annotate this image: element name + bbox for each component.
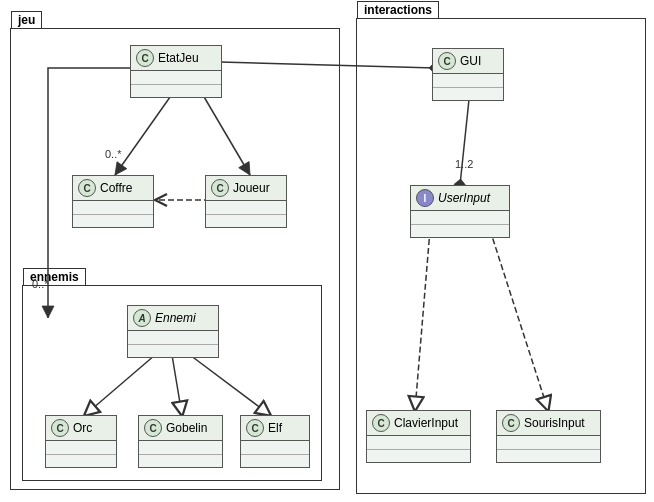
class-ennemi-name: Ennemi — [155, 311, 196, 325]
class-joueur: C Joueur — [205, 175, 287, 228]
class-elf-body2 — [241, 455, 309, 467]
package-interactions-label: interactions — [357, 1, 439, 18]
class-userinput-header: I UserInput — [411, 186, 509, 211]
class-orc-name: Orc — [73, 421, 92, 435]
class-etatjeu-body2 — [131, 85, 221, 97]
mult-0star-ennemi: 0..* — [32, 278, 49, 290]
class-gui-header: C GUI — [433, 49, 503, 74]
class-gobelin-body2 — [139, 455, 222, 467]
class-gobelin-name: Gobelin — [166, 421, 207, 435]
class-sourisinput-name: SourisInput — [524, 416, 585, 430]
class-coffre-name: Coffre — [100, 181, 132, 195]
class-sourisinput-body2 — [497, 450, 600, 462]
class-joueur-body2 — [206, 215, 286, 227]
class-orc-header: C Orc — [46, 416, 116, 441]
class-sourisinput: C SourisInput — [496, 410, 601, 463]
class-userinput-body — [411, 211, 509, 225]
class-gui-body — [433, 74, 503, 88]
mult-0star-coffre: 0..* — [105, 148, 122, 160]
stereotype-A-ennemi: A — [133, 309, 151, 327]
stereotype-C-sourisinput: C — [502, 414, 520, 432]
stereotype-C-etatjeu: C — [136, 49, 154, 67]
class-userinput-body2 — [411, 225, 509, 237]
class-ennemi-body — [128, 331, 218, 345]
class-gui: C GUI — [432, 48, 504, 101]
class-etatjeu-header: C EtatJeu — [131, 46, 221, 71]
diagram-container: jeu ennemis interactions — [0, 0, 654, 502]
class-orc-body — [46, 441, 116, 455]
class-gobelin-header: C Gobelin — [139, 416, 222, 441]
class-userinput: I UserInput — [410, 185, 510, 238]
class-elf: C Elf — [240, 415, 310, 468]
class-etatjeu-body — [131, 71, 221, 85]
class-elf-header: C Elf — [241, 416, 309, 441]
package-jeu-label: jeu — [11, 11, 42, 28]
class-joueur-name: Joueur — [233, 181, 270, 195]
class-coffre-body — [73, 201, 153, 215]
stereotype-C-elf: C — [246, 419, 264, 437]
stereotype-C-coffre: C — [78, 179, 96, 197]
class-joueur-body — [206, 201, 286, 215]
stereotype-I-userinput: I — [416, 189, 434, 207]
class-clavierinput: C ClavierInput — [366, 410, 471, 463]
stereotype-C-gui: C — [438, 52, 456, 70]
class-clavierinput-body — [367, 436, 470, 450]
stereotype-C-gobelin: C — [144, 419, 162, 437]
class-etatjeu-name: EtatJeu — [158, 51, 199, 65]
mult-1-2-userinput: 1..2 — [455, 158, 473, 170]
class-ennemi-header: A Ennemi — [128, 306, 218, 331]
class-orc-body2 — [46, 455, 116, 467]
class-gobelin-body — [139, 441, 222, 455]
class-elf-name: Elf — [268, 421, 282, 435]
class-gobelin: C Gobelin — [138, 415, 223, 468]
class-etatjeu: C EtatJeu — [130, 45, 222, 98]
stereotype-C-orc: C — [51, 419, 69, 437]
class-userinput-name: UserInput — [438, 191, 490, 205]
class-sourisinput-body — [497, 436, 600, 450]
class-gui-body2 — [433, 88, 503, 100]
class-clavierinput-body2 — [367, 450, 470, 462]
class-orc: C Orc — [45, 415, 117, 468]
class-elf-body — [241, 441, 309, 455]
stereotype-C-clavierinput: C — [372, 414, 390, 432]
class-coffre-header: C Coffre — [73, 176, 153, 201]
class-joueur-header: C Joueur — [206, 176, 286, 201]
class-ennemi: A Ennemi — [127, 305, 219, 358]
class-gui-name: GUI — [460, 54, 481, 68]
class-clavierinput-name: ClavierInput — [394, 416, 458, 430]
class-sourisinput-header: C SourisInput — [497, 411, 600, 436]
stereotype-C-joueur: C — [211, 179, 229, 197]
class-coffre-body2 — [73, 215, 153, 227]
class-clavierinput-header: C ClavierInput — [367, 411, 470, 436]
class-coffre: C Coffre — [72, 175, 154, 228]
class-ennemi-body2 — [128, 345, 218, 357]
